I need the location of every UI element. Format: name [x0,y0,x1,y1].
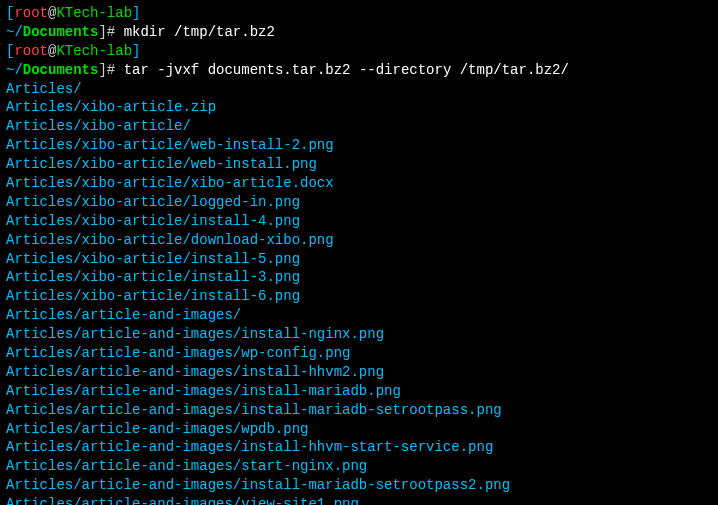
output-line: Articles/xibo-article/install-3.png [6,268,712,287]
output-line: Articles/xibo-article/install-4.png [6,212,712,231]
prompt-tilde: ~/ [6,24,23,40]
prompt-hash: ]# [98,24,115,40]
output-line: Articles/article-and-images/install-mari… [6,476,712,495]
prompt-host: KTech-lab [56,5,132,21]
output-line: Articles/xibo-article/install-5.png [6,250,712,269]
output-line: Articles/xibo-article/download-xibo.png [6,231,712,250]
output-line: Articles/xibo-article/web-install.png [6,155,712,174]
output-line: Articles/xibo-article/install-6.png [6,287,712,306]
output-line: Articles/article-and-images/wpdb.png [6,420,712,439]
prompt-tilde: ~/ [6,62,23,78]
prompt-line-2: [root@KTech-lab] [6,42,712,61]
output-line: Articles/article-and-images/install-mari… [6,382,712,401]
prompt-line-1: [root@KTech-lab] [6,4,712,23]
output-line: Articles/xibo-article/ [6,117,712,136]
prompt-host: KTech-lab [56,43,132,59]
prompt-user: root [14,43,48,59]
bracket-close: ] [132,5,140,21]
output-line: Articles/xibo-article/logged-in.png [6,193,712,212]
prompt-path: Documents [23,24,99,40]
output-container: Articles/Articles/xibo-article.zipArticl… [6,80,712,505]
command-text: tar -jvxf documents.tar.bz2 --directory … [115,62,569,78]
output-line: Articles/article-and-images/wp-config.pn… [6,344,712,363]
prompt-hash: ]# [98,62,115,78]
output-line: Articles/article-and-images/view-site1.p… [6,495,712,505]
prompt-user: root [14,5,48,21]
output-line: Articles/article-and-images/install-ngin… [6,325,712,344]
output-line: Articles/xibo-article.zip [6,98,712,117]
bracket-close: ] [132,43,140,59]
prompt-path: Documents [23,62,99,78]
command-text: mkdir /tmp/tar.bz2 [115,24,275,40]
output-line: Articles/xibo-article/web-install-2.png [6,136,712,155]
output-line: Articles/article-and-images/install-mari… [6,401,712,420]
output-line: Articles/article-and-images/install-hhvm… [6,438,712,457]
command-line-2: ~/Documents]# tar -jvxf documents.tar.bz… [6,61,712,80]
output-line: Articles/article-and-images/start-nginx.… [6,457,712,476]
command-line-1: ~/Documents]# mkdir /tmp/tar.bz2 [6,23,712,42]
output-line: Articles/ [6,80,712,99]
output-line: Articles/article-and-images/ [6,306,712,325]
output-line: Articles/xibo-article/xibo-article.docx [6,174,712,193]
terminal[interactable]: [root@KTech-lab] ~/Documents]# mkdir /tm… [6,4,712,505]
output-line: Articles/article-and-images/install-hhvm… [6,363,712,382]
